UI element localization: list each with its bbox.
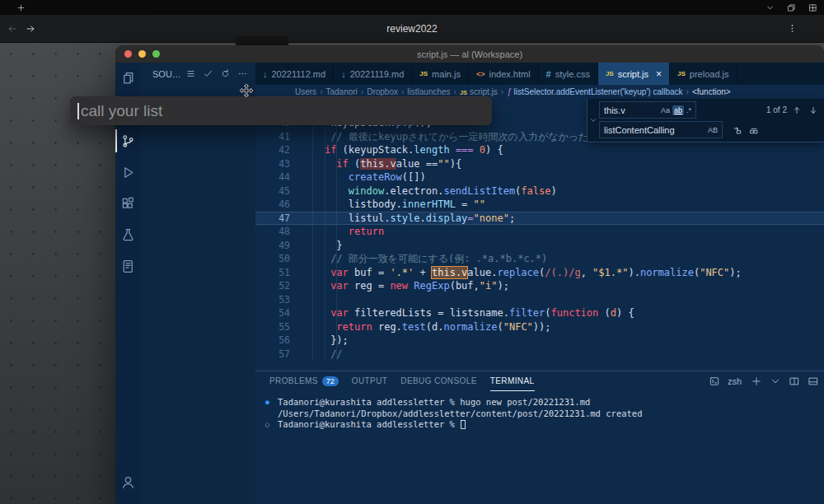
panel-tab-problems[interactable]: PROBLEMS72 [269, 371, 339, 391]
explorer-activity-item[interactable] [115, 63, 140, 94]
plus-icon[interactable] [751, 376, 762, 387]
tab-script.js[interactable]: JSscript.js× [598, 63, 670, 85]
account-activity-item[interactable] [115, 466, 140, 497]
code-line[interactable]: 51 var buf = '.*' + this.value.replace(/… [255, 266, 824, 280]
whole-word-toggle[interactable]: ab [672, 105, 684, 115]
tab-20221119.md[interactable]: ↓20221119.md [334, 63, 412, 85]
replace-input[interactable]: listContentCalling AB [599, 121, 723, 138]
line-number[interactable]: 53 [255, 293, 301, 307]
preserve-case-toggle[interactable]: AB [706, 125, 719, 135]
vscode-titlebar[interactable]: script.js — al (Workspace) [115, 45, 824, 63]
line-number[interactable]: 41 [255, 130, 301, 144]
code-line[interactable]: 42 if (keyupStack.length === 0) { [255, 143, 824, 157]
chevron-down-icon[interactable] [765, 3, 775, 12]
replace-all-button[interactable] [747, 124, 761, 137]
extensions-activity-item[interactable] [115, 188, 140, 219]
tab-main.js[interactable]: JSmain.js [412, 63, 469, 85]
source-control-activity-item[interactable] [115, 125, 140, 156]
code-line[interactable]: 46 listbody.innerHTML = "" [255, 198, 824, 212]
line-number[interactable]: 50 [255, 252, 301, 266]
code-line[interactable]: 43 if (this.value ==""){ [255, 157, 824, 171]
app-toolbar: review2022 [0, 15, 824, 43]
terminal-output[interactable]: ●Tadanori@kurashita addlessletter % hugo… [255, 391, 824, 431]
code-line[interactable]: 50 // 部分一致を可能にする(例: .*a.*b.*c.*) [255, 252, 824, 266]
panel-tab-debug-console[interactable]: DEBUG CONSOLE [400, 371, 476, 391]
notebook-icon [120, 259, 136, 274]
arrow-up-icon [792, 105, 802, 115]
line-number[interactable]: 54 [255, 306, 301, 320]
line-number[interactable]: 56 [255, 334, 301, 348]
breadcrumb-item[interactable]: <function> [692, 87, 731, 96]
panel-tab-terminal[interactable]: TERMINAL [490, 371, 535, 391]
breadcrumb-item[interactable]: Dropbox [367, 87, 398, 96]
find-previous-button[interactable] [790, 104, 803, 117]
line-number[interactable]: 51 [255, 266, 301, 280]
breadcrumb-item[interactable]: Users [295, 87, 316, 96]
stack-icon[interactable] [787, 3, 796, 12]
split-icon[interactable] [789, 376, 800, 387]
line-number[interactable]: 57 [255, 348, 301, 362]
code-line[interactable]: 53 [255, 293, 824, 307]
code-line[interactable]: 54 var filteredLists = listsname.filter(… [255, 306, 824, 320]
line-number[interactable]: 45 [255, 184, 301, 198]
breadcrumb-item[interactable]: listlaunches [407, 87, 450, 96]
grid-icon[interactable] [808, 3, 817, 12]
line-number[interactable]: 42 [255, 143, 301, 157]
replace-button[interactable] [731, 124, 744, 137]
line-number[interactable]: 44 [255, 170, 301, 184]
line-number[interactable]: 46 [255, 198, 301, 212]
more-icon[interactable] [237, 68, 248, 79]
chevron-down-icon[interactable] [770, 376, 781, 387]
line-number[interactable]: 49 [255, 239, 301, 253]
panel-tab-output[interactable]: OUTPUT [352, 371, 388, 391]
line-number[interactable]: 43 [255, 157, 301, 171]
minimize-window-button[interactable] [138, 50, 146, 58]
testing-activity-item[interactable] [115, 219, 140, 250]
tab-20221112.md[interactable]: ↓20221112.md [255, 63, 334, 85]
line-number[interactable]: 47 [255, 212, 301, 226]
line-number[interactable]: 52 [255, 279, 301, 293]
line-number[interactable]: 55 [255, 320, 301, 334]
breadcrumb-item[interactable]: JS script.js [460, 87, 498, 96]
editor[interactable]: 40 keyupStack.pop();41 // 最後にkeyupされてから一… [255, 98, 824, 371]
tab-close-icon[interactable]: × [656, 69, 662, 79]
close-window-button[interactable] [124, 50, 132, 58]
find-next-button[interactable] [807, 104, 820, 117]
regex-toggle[interactable]: .* [685, 105, 693, 115]
tab-preload.js[interactable]: JSpreload.js [670, 63, 737, 85]
notebook-activity-item[interactable] [115, 250, 140, 282]
code-line[interactable]: 47 listul.style.display="none"; [255, 212, 824, 226]
tab-label: index.html [489, 69, 530, 79]
problems-badge: 72 [322, 376, 339, 386]
refresh-icon[interactable] [220, 68, 231, 79]
line-number[interactable]: 48 [255, 225, 301, 239]
zoom-window-button[interactable] [152, 50, 160, 58]
sidebar-header: SOU… [140, 63, 255, 85]
launcher-overlay-input[interactable]: call your list [70, 96, 492, 125]
code-line[interactable]: 55 return reg.test(d.normalize("NFC")); [255, 320, 824, 334]
find-input[interactable]: this.v Aa ab .* [599, 101, 696, 119]
check-icon[interactable] [203, 68, 213, 79]
code-line[interactable]: 57 // [255, 348, 824, 362]
tab-style.css[interactable]: #style.css [539, 63, 598, 85]
breadcrumb-item[interactable]: ƒ listSelector.addEventListener('keyup')… [507, 87, 682, 96]
match-case-toggle[interactable]: Aa [659, 105, 672, 115]
launcher-text: call your list [81, 102, 162, 120]
list-icon[interactable] [185, 68, 196, 79]
shell-label[interactable]: zsh [728, 376, 742, 386]
code-line[interactable]: 44 createRow([]) [255, 170, 824, 184]
run-debug-activity-item[interactable] [115, 156, 140, 188]
kebab-menu-button[interactable] [787, 23, 798, 34]
code-line[interactable]: 45 window.electron.sendListItem(false) [255, 184, 824, 198]
code-line[interactable]: 52 var reg = new RegExp(buf,"i"); [255, 279, 824, 293]
code-line[interactable]: 48 return [255, 225, 824, 239]
code-line[interactable]: 49 } [255, 239, 824, 253]
breadcrumb-item[interactable]: Tadanori [325, 87, 357, 96]
code-line[interactable]: 56 }); [255, 334, 824, 348]
tab-index.html[interactable]: <>index.html [469, 63, 539, 85]
js-file-icon: JS [460, 89, 467, 96]
app-tab-title: review2022 [0, 23, 824, 35]
plus-icon[interactable] [16, 3, 26, 12]
panel-icon[interactable] [808, 376, 819, 387]
find-collapse-chevron-icon[interactable] [588, 99, 598, 142]
